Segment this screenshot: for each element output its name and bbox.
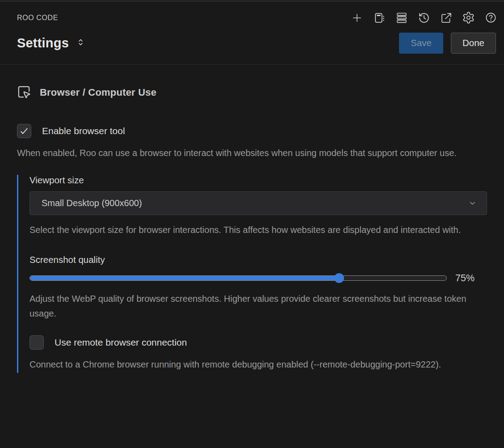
- screenshot-quality-description: Adjust the WebP quality of browser scree…: [29, 292, 476, 321]
- help-button[interactable]: [484, 11, 498, 25]
- browser-computer-use-icon: [17, 85, 31, 101]
- remote-browser-description: Connect to a Chrome browser running with…: [29, 357, 476, 372]
- section-title: Browser / Computer Use: [40, 87, 156, 98]
- open-in-editor-button[interactable]: [439, 11, 453, 25]
- settings-button[interactable]: [462, 11, 475, 25]
- header-toolbar: [350, 11, 498, 25]
- enable-browser-description: When enabled, Roo can use a browser to i…: [17, 146, 457, 161]
- history-button[interactable]: [417, 11, 431, 25]
- mcp-servers-button[interactable]: [395, 11, 408, 25]
- page-title: Settings: [17, 36, 69, 51]
- settings-content: Enable browser tool When enabled, Roo ca…: [0, 119, 504, 373]
- section-header-browser: Browser / Computer Use: [0, 65, 504, 119]
- screenshot-quality-row: 75%: [29, 273, 487, 284]
- prompts-icon: [373, 12, 386, 24]
- help-icon: [485, 12, 497, 24]
- viewport-size-label: Viewport size: [29, 175, 487, 186]
- history-icon: [418, 12, 430, 24]
- new-task-button[interactable]: [350, 11, 364, 25]
- viewport-size-value: Small Desktop (900x600): [42, 198, 142, 208]
- save-button[interactable]: Save: [399, 33, 443, 54]
- slider-fill: [30, 276, 339, 280]
- open-in-editor-icon: [440, 12, 453, 24]
- enable-browser-checkbox[interactable]: [17, 124, 31, 138]
- extension-header: ROO CODE: [0, 2, 504, 25]
- viewport-size-select[interactable]: Small Desktop (900x600): [29, 191, 487, 215]
- remote-browser-row: Use remote browser connection: [29, 335, 487, 350]
- mcp-servers-icon: [395, 12, 408, 24]
- screenshot-quality-label: Screenshot quality: [29, 254, 487, 265]
- checkmark-icon: [19, 126, 29, 136]
- spacer: [29, 238, 487, 254]
- done-button[interactable]: Done: [451, 33, 496, 54]
- enable-browser-label: Enable browser tool: [42, 126, 125, 136]
- spacer: [29, 321, 487, 335]
- remote-browser-checkbox[interactable]: [29, 335, 44, 350]
- slider-track[interactable]: [29, 275, 447, 281]
- enable-browser-row: Enable browser tool: [17, 124, 487, 138]
- settings-header: Settings Save Done: [0, 25, 504, 64]
- viewport-size-description: Select the viewport size for browser int…: [29, 223, 476, 238]
- sections-collapse-button[interactable]: [76, 37, 86, 49]
- remote-browser-label: Use remote browser connection: [55, 337, 187, 348]
- app-title: ROO CODE: [17, 14, 58, 22]
- screenshot-quality-slider[interactable]: [29, 273, 447, 283]
- slider-thumb[interactable]: [334, 273, 344, 283]
- plus-icon: [351, 12, 363, 24]
- chevron-down-icon: [468, 199, 477, 207]
- settings-gear-icon: [462, 11, 475, 24]
- screenshot-quality-value: 75%: [455, 273, 479, 284]
- chevron-up-down-icon: [76, 37, 86, 49]
- browser-settings-group: Viewport size Small Desktop (900x600) Se…: [17, 175, 487, 373]
- prompts-button[interactable]: [372, 11, 386, 25]
